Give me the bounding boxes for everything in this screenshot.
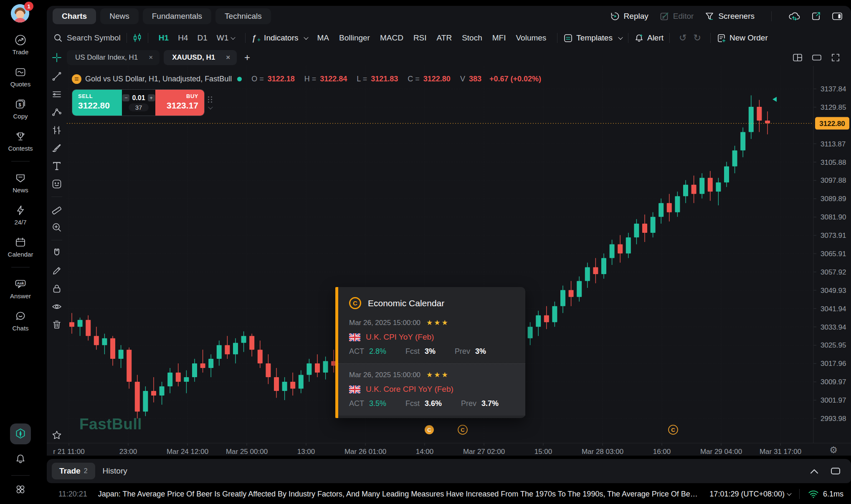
news-ticker-headline[interactable]: Japan: The Average Price Of Beer Is Grea…: [98, 490, 699, 499]
calendar-event[interactable]: Mar 26, 2025 15:00:00 ★★★ U.K. CPI YoY (…: [338, 312, 525, 363]
apps-grid-button[interactable]: [15, 484, 26, 496]
quick-indicator-rsi[interactable]: RSI: [413, 33, 427, 43]
emoji-tool-icon[interactable]: [51, 179, 62, 189]
brush-tool-icon[interactable]: [51, 143, 62, 154]
notifications-bell-button[interactable]: [15, 454, 26, 466]
cloud-sync-button[interactable]: [788, 11, 800, 21]
hide-drawings-eye-icon[interactable]: [51, 301, 62, 312]
lock-tool-icon[interactable]: [51, 283, 62, 294]
zoom-in-tool-icon[interactable]: [51, 222, 62, 233]
server-clock[interactable]: 17:01:29 (UTC+08:00): [709, 490, 791, 499]
chevron-down-icon: [304, 35, 309, 40]
search-symbol-button[interactable]: Search Symbol: [53, 33, 121, 43]
tab-charts[interactable]: Charts: [53, 8, 96, 24]
terminal-active-button[interactable]: [10, 423, 31, 444]
svg-text:Mar 31 17:00: Mar 31 17:00: [760, 448, 801, 456]
timeframe-h4[interactable]: H4: [178, 33, 188, 43]
timeframe-h1[interactable]: H1: [159, 33, 169, 43]
minimize-window-icon[interactable]: [812, 53, 822, 62]
quick-indicator-atr[interactable]: ATR: [437, 33, 452, 43]
economic-calendar-popup[interactable]: C Economic Calendar Mar 26, 2025 15:00:0…: [335, 287, 525, 418]
funnel-icon: [704, 11, 714, 21]
layout-split-icon[interactable]: [793, 53, 803, 62]
templates-button[interactable]: Templates: [563, 33, 622, 43]
quick-indicator-stoch[interactable]: Stoch: [462, 33, 482, 43]
tab-technicals[interactable]: Technicals: [215, 8, 271, 24]
chart-type-button[interactable]: [133, 33, 142, 43]
tab-news[interactable]: News: [100, 8, 139, 24]
quick-indicator-bollinger[interactable]: Bollinger: [339, 33, 370, 43]
chart-tab-xauusd[interactable]: XAUUSD, H1 ×: [164, 50, 237, 65]
timeframe-w1[interactable]: W1: [217, 33, 235, 43]
tab-trade[interactable]: Trade 2: [52, 463, 95, 479]
svg-text:3105.88: 3105.88: [821, 159, 846, 166]
timeframe-d1[interactable]: D1: [197, 33, 207, 43]
collapse-panel-chevron-up-icon[interactable]: [809, 468, 819, 474]
symbol-title[interactable]: Gold vs US Dollar, H1, Unadjusted, FastB…: [85, 75, 232, 83]
close-icon[interactable]: ×: [149, 53, 153, 62]
sidebar-item-trade[interactable]: Trade: [13, 34, 29, 55]
new-order-button[interactable]: New Order: [717, 33, 768, 43]
replay-button[interactable]: Replay: [610, 11, 648, 21]
editor-button[interactable]: Editor: [659, 11, 694, 21]
buy-button[interactable]: BUY 3123.17: [155, 90, 204, 116]
right-panel-toggle-button[interactable]: [832, 12, 843, 21]
sidebar-item-copy[interactable]: $ Copy: [13, 98, 28, 120]
calendar-event[interactable]: Mar 26, 2025 15:00:00 ★★★ U.K. Core CPI …: [338, 363, 525, 416]
close-icon[interactable]: ×: [226, 53, 230, 62]
sidebar-item-quotes[interactable]: Quotes: [10, 66, 30, 88]
horizontal-line-tool-icon[interactable]: [51, 89, 62, 100]
svg-text:C: C: [461, 427, 465, 433]
share-external-button[interactable]: [811, 11, 821, 21]
user-avatar[interactable]: 1: [11, 4, 30, 23]
sidebar-item-contests[interactable]: Contests: [8, 131, 33, 152]
quick-indicator-ma[interactable]: MA: [317, 33, 329, 43]
sell-button[interactable]: SELL 3122.80: [72, 90, 122, 116]
chart-toolbar: Search Symbol H1 H4 D1 W1 ƒ+ Indicators …: [47, 27, 851, 49]
crosshair-add-icon[interactable]: [51, 52, 62, 63]
ohlc-tool-icon[interactable]: [51, 125, 62, 136]
quick-indicator-mfi[interactable]: MFI: [492, 33, 506, 43]
trade-tab-label: Trade: [59, 466, 81, 476]
svg-text:Ask: Ask: [17, 281, 25, 285]
fullscreen-icon[interactable]: [831, 53, 840, 62]
text-tool-icon[interactable]: [51, 161, 62, 171]
toolbar-divider: [669, 33, 670, 43]
sidebar-item-answer[interactable]: Ask Answer: [10, 278, 31, 300]
quick-indicator-volumes[interactable]: Volumes: [516, 33, 546, 43]
ruler-tool-icon[interactable]: [51, 204, 62, 215]
tab-history[interactable]: History: [95, 463, 135, 479]
pattern-tool-icon[interactable]: [51, 107, 62, 118]
axis-settings-gear-icon[interactable]: ⚙: [829, 445, 838, 456]
volume-increase-button[interactable]: +: [148, 94, 155, 101]
trend-line-tool-icon[interactable]: [51, 71, 62, 82]
delete-drawings-trash-icon[interactable]: [51, 319, 62, 330]
quick-indicator-macd[interactable]: MACD: [380, 33, 403, 43]
sidebar-item-247[interactable]: 24/7: [14, 204, 26, 226]
alert-button[interactable]: Alert: [634, 33, 664, 43]
add-chart-tab-button[interactable]: +: [244, 52, 250, 63]
expand-panel-icon[interactable]: [830, 467, 841, 475]
svg-text:r 21 11:00: r 21 11:00: [53, 448, 84, 456]
undo-button[interactable]: ↺: [679, 33, 686, 43]
function-icon: ƒ: [251, 33, 256, 43]
svg-text:3009.97: 3009.97: [821, 378, 846, 386]
sidebar-item-calendar[interactable]: Calendar: [8, 237, 33, 258]
chevron-down-icon[interactable]: [208, 104, 213, 109]
redo-button[interactable]: ↻: [693, 33, 701, 43]
draw-tool-icon[interactable]: [51, 265, 62, 276]
volume-decrease-button[interactable]: −: [122, 94, 129, 101]
favorites-star-icon[interactable]: [51, 430, 62, 441]
main-window: Charts News Fundamentals Technicals Repl…: [47, 6, 851, 504]
screeners-button[interactable]: Screeners: [704, 11, 755, 21]
fcst-value: 3.6%: [425, 399, 442, 408]
tab-fundamentals[interactable]: Fundamentals: [143, 8, 211, 24]
chart-tab-usd-index[interactable]: US Dollar Index, H1 ×: [67, 50, 160, 65]
indicators-button[interactable]: ƒ+ Indicators: [251, 33, 308, 43]
sidebar-item-chats[interactable]: Chats: [12, 310, 28, 332]
sidebar-item-news[interactable]: News: [13, 172, 28, 194]
drag-handle-icon[interactable]: [208, 96, 213, 103]
svg-text:3089.89: 3089.89: [821, 195, 846, 203]
volume-value[interactable]: 0.01: [132, 94, 145, 102]
magnet-tool-icon[interactable]: [51, 247, 62, 258]
